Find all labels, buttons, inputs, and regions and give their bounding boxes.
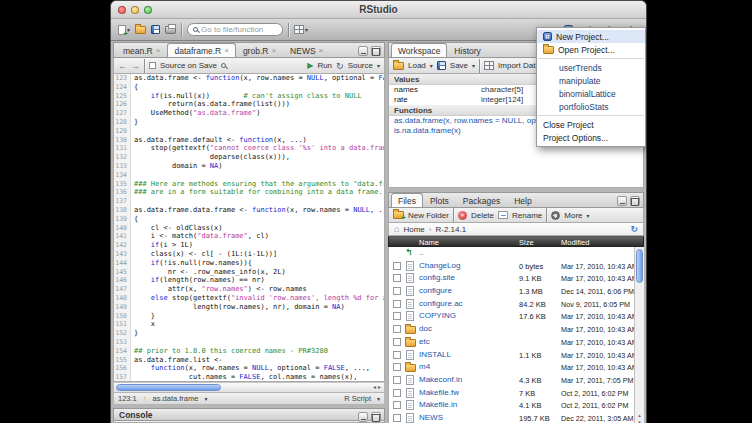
file-row[interactable]: Makefile.fw7 KBOct 2, 2011, 6:02 PM [389, 387, 643, 400]
delete-button[interactable]: Delete [471, 211, 494, 220]
menu-item-manipulate[interactable]: manipulate [537, 74, 645, 87]
menu-item-close-project[interactable]: Close Project [537, 118, 645, 131]
more-button[interactable]: More [564, 211, 582, 220]
file-name[interactable]: config.site [419, 273, 455, 282]
file-checkbox[interactable] [393, 351, 401, 359]
scrollbar-arrows[interactable]: ▴▾ [635, 412, 644, 423]
file-checkbox[interactable] [393, 300, 401, 308]
refresh-icon[interactable]: ↻ [630, 224, 638, 234]
column-header-name[interactable]: Name [419, 238, 439, 247]
console-header[interactable]: Console [113, 408, 385, 421]
file-checkbox[interactable] [393, 401, 401, 409]
print-button[interactable] [165, 26, 176, 34]
file-row[interactable]: m4Mar 17, 2010, 10:43 AM [389, 361, 643, 374]
scrollbar-thumb[interactable] [116, 384, 221, 391]
tab-help[interactable]: Help [507, 193, 538, 207]
maximize-pane-button[interactable] [371, 46, 381, 56]
file-checkbox[interactable] [393, 274, 401, 282]
file-name[interactable]: .. [419, 248, 423, 257]
source-on-save-checkbox[interactable] [149, 62, 156, 69]
menu-item-open-project[interactable]: Open Project... [537, 43, 645, 56]
file-row[interactable]: configure1.3 MBDec 14, 2011, 6:06 PM [389, 285, 643, 298]
file-checkbox[interactable] [393, 262, 401, 270]
file-name[interactable]: NEWS [419, 413, 443, 422]
source-button[interactable]: Source [348, 61, 373, 70]
file-checkbox[interactable] [393, 414, 401, 422]
column-header-modified[interactable]: Modified [561, 238, 589, 247]
file-name[interactable]: ChangeLog [419, 261, 460, 270]
close-tab-icon[interactable]: × [156, 46, 161, 55]
menu-item-project-options[interactable]: Project Options... [537, 131, 645, 144]
file-row[interactable]: configure.ac84.2 KBNov 9, 2011, 6:05 PM [389, 298, 643, 311]
tab-files[interactable]: Files [391, 193, 423, 207]
maximize-pane-button[interactable] [371, 412, 381, 422]
minimize-pane-button[interactable] [358, 46, 368, 56]
titlebar[interactable]: RStudio [111, 1, 646, 19]
menu-item-new-project[interactable]: RNew Project... [537, 30, 645, 43]
file-checkbox[interactable] [393, 312, 401, 320]
pane-layout-button[interactable]: ▾ [294, 25, 308, 34]
file-name[interactable]: etc [419, 337, 430, 346]
file-row[interactable]: ↰.. [389, 247, 643, 260]
file-row[interactable]: config.site9.1 KBMar 17, 2010, 10:43 AM [389, 272, 643, 285]
close-tab-icon[interactable]: × [271, 46, 276, 55]
find-icon[interactable] [221, 63, 226, 68]
file-row[interactable]: Makefile.in4.1 KBOct 2, 2011, 6:02 PM [389, 399, 643, 412]
function-scope-selector[interactable]: as.data.frame [153, 394, 199, 403]
menu-item-binomiallattice[interactable]: binomialLattice [537, 87, 645, 100]
file-name[interactable]: COPYING [419, 311, 456, 320]
menu-item-usertrends[interactable]: userTrends [537, 61, 645, 74]
file-checkbox[interactable] [393, 389, 401, 397]
file-name[interactable]: configure [419, 286, 452, 295]
minimize-pane-button[interactable] [617, 196, 627, 206]
editor-tab-mean-r[interactable]: mean.R× [116, 43, 167, 57]
file-row[interactable]: Makeconf.in4.3 KBMar 17, 2011, 7:05 PM [389, 374, 643, 387]
code-editor[interactable]: 123as.data.frame <- function(x, row.name… [113, 74, 385, 382]
file-row[interactable]: COPYING17.6 KBMar 17, 2010, 10:43 AM [389, 310, 643, 323]
file-row[interactable]: NEWS195.7 KBDec 22, 2011, 3:05 AM [389, 412, 643, 423]
rerun-icon[interactable]: ↻ [336, 61, 344, 71]
file-name[interactable]: Makeconf.in [419, 375, 462, 384]
file-name[interactable]: Makefile.fw [419, 388, 459, 397]
editor-tab-news[interactable]: NEWS× [283, 43, 330, 57]
file-name[interactable]: m4 [419, 362, 430, 371]
scrollbar-arrows[interactable]: ◂▸ [373, 383, 383, 390]
files-vertical-scrollbar[interactable]: ▴▾ [634, 247, 644, 423]
column-header-size[interactable]: Size [519, 238, 534, 247]
breadcrumb-path[interactable]: R-2.14.1 [435, 225, 466, 234]
save-button[interactable] [151, 25, 160, 34]
breadcrumb-home[interactable]: Home [403, 225, 424, 234]
tab-plots[interactable]: Plots [423, 193, 456, 207]
scrollbar-thumb[interactable] [636, 249, 643, 283]
back-icon[interactable]: ← [118, 61, 127, 71]
goto-file-search[interactable]: Go to file/function [187, 23, 283, 36]
file-name[interactable]: Makefile.in [419, 400, 457, 409]
new-file-button[interactable]: ▾ [118, 25, 130, 35]
tab-workspace[interactable]: Workspace [391, 43, 447, 57]
file-row[interactable]: INSTALL1.1 KBMar 17, 2010, 10:43 AM [389, 349, 643, 362]
menu-item-portfoliostats[interactable]: portfolioStats [537, 100, 645, 113]
file-name[interactable]: configure.ac [419, 299, 463, 308]
file-name[interactable]: INSTALL [419, 350, 451, 359]
editor-tab-dataframe-r[interactable]: dataframe.R× [167, 43, 235, 57]
open-file-button[interactable] [135, 26, 146, 34]
tab-packages[interactable]: Packages [456, 193, 507, 207]
close-tab-icon[interactable]: × [319, 46, 324, 55]
file-checkbox[interactable] [393, 363, 401, 371]
file-name[interactable]: doc [419, 324, 432, 333]
new-folder-button[interactable]: New Folder [408, 211, 449, 220]
file-checkbox[interactable] [393, 325, 401, 333]
file-checkbox[interactable] [393, 338, 401, 346]
file-type-selector[interactable]: R Script [344, 394, 371, 403]
maximize-pane-button[interactable] [630, 196, 640, 206]
load-button[interactable]: Load [408, 61, 426, 70]
forward-icon[interactable]: → [131, 61, 140, 71]
file-checkbox[interactable] [393, 376, 401, 384]
save-workspace-button[interactable]: Save [450, 61, 468, 70]
close-tab-icon[interactable]: × [224, 46, 229, 55]
file-row[interactable]: ChangeLog0 bytesMar 17, 2010, 10:43 AM [389, 260, 643, 273]
file-row[interactable]: etcMar 17, 2010, 10:43 AM [389, 336, 643, 349]
minimize-pane-button[interactable] [358, 412, 368, 422]
rename-button[interactable]: Rename [512, 211, 542, 220]
editor-tab-grob-r[interactable]: grob.R× [236, 43, 283, 57]
